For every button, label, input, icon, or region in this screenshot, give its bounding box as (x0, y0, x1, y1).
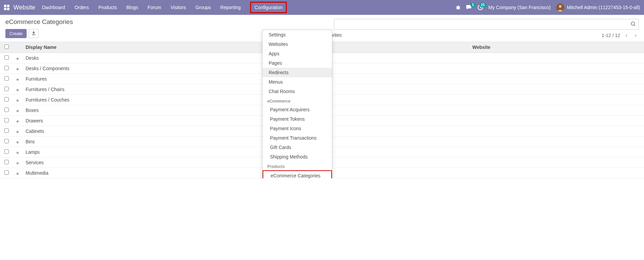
row-checkbox[interactable] (4, 66, 9, 70)
nav-dashboard[interactable]: Dashboard (42, 1, 65, 14)
row-checkbox[interactable] (4, 160, 9, 164)
apps-icon[interactable] (4, 5, 9, 10)
drag-handle-icon[interactable]: ◆ (16, 129, 19, 134)
dropdown-item-payment-transactions[interactable]: Payment Transactions (263, 133, 332, 143)
column-website[interactable]: Website (469, 42, 644, 53)
pager-next[interactable]: › (633, 31, 639, 40)
drag-handle-icon[interactable]: ◆ (16, 98, 19, 102)
activities-badge: 25 (479, 3, 486, 7)
row-checkbox[interactable] (4, 170, 9, 175)
dropdown-item-websites[interactable]: Websites (263, 39, 332, 49)
row-checkbox[interactable] (4, 87, 9, 91)
row-display-name: Drawers (22, 116, 469, 126)
messages-badge: 5 (470, 3, 476, 7)
row-website (469, 137, 644, 147)
row-display-name: Furnitures / Chairs (22, 84, 469, 95)
drag-handle-icon[interactable]: ◆ (16, 171, 19, 175)
row-website (469, 95, 644, 105)
company-selector[interactable]: My Company (San Francisco) (488, 5, 551, 10)
row-display-name: Multimedia (22, 168, 469, 178)
row-display-name: Boxes (22, 105, 469, 116)
dropdown-section: eCommerce (263, 96, 332, 105)
row-checkbox[interactable] (4, 149, 9, 154)
dropdown-item-redirects[interactable]: Redirects (263, 68, 332, 77)
activities-icon[interactable]: 25 (478, 5, 483, 10)
row-website (469, 126, 644, 137)
svg-rect-0 (4, 5, 6, 7)
dropdown-item-apps[interactable]: Apps (263, 49, 332, 58)
nav-forum[interactable]: Forum (147, 1, 161, 14)
configuration-dropdown: SettingsWebsitesAppsPagesRedirectsMenusC… (262, 30, 332, 178)
select-all-checkbox[interactable] (4, 45, 9, 49)
pager-text: 1-12 / 12 (602, 33, 620, 38)
drag-handle-icon[interactable]: ◆ (16, 77, 19, 81)
nav-reporting[interactable]: Reporting (220, 1, 241, 14)
row-checkbox[interactable] (4, 108, 9, 112)
avatar (556, 3, 564, 11)
drag-handle-icon[interactable]: ◆ (16, 109, 19, 113)
svg-rect-1 (7, 5, 9, 7)
user-name: Mitchell Admin (11227453-15-0-all) (567, 5, 640, 10)
drag-handle-icon[interactable]: ◆ (16, 88, 19, 92)
row-website (469, 116, 644, 126)
nav-configuration[interactable]: Configuration (250, 1, 287, 14)
row-checkbox[interactable] (4, 76, 9, 81)
create-button[interactable]: Create (5, 29, 27, 38)
row-display-name: Cabinets (22, 126, 469, 137)
row-display-name: Furnitures (22, 74, 469, 84)
search-icon[interactable] (628, 22, 638, 27)
brand-title[interactable]: Website (13, 4, 35, 11)
row-website (469, 147, 644, 157)
search-input-wrapper[interactable] (334, 19, 639, 30)
nav-groups[interactable]: Groups (195, 1, 211, 14)
drag-handle-icon[interactable]: ◆ (16, 119, 19, 123)
drag-handle-icon[interactable]: ◆ (16, 67, 19, 71)
drag-handle-icon[interactable]: ◆ (16, 150, 19, 154)
drag-handle-icon[interactable]: ◆ (16, 140, 19, 144)
row-website (469, 74, 644, 84)
dropdown-item-ecommerce-categories[interactable]: eCommerce Categories (263, 170, 332, 178)
row-checkbox[interactable] (4, 55, 9, 60)
dropdown-item-payment-icons[interactable]: Payment Icons (263, 124, 332, 133)
drag-handle-icon[interactable]: ◆ (16, 161, 19, 165)
nav-visitors[interactable]: Visitors (171, 1, 186, 14)
row-display-name: Services (22, 157, 469, 168)
nav-orders[interactable]: Orders (74, 1, 89, 14)
pager-prev[interactable]: ‹ (623, 31, 629, 40)
svg-rect-2 (4, 8, 6, 10)
dropdown-item-settings[interactable]: Settings (263, 30, 332, 39)
svg-point-8 (631, 22, 635, 25)
top-navbar: Website DashboardOrdersProductsBlogsForu… (0, 0, 644, 15)
svg-point-7 (559, 5, 562, 8)
user-menu[interactable]: Mitchell Admin (11227453-15-0-all) (556, 3, 640, 11)
messages-icon[interactable]: 5 (466, 5, 472, 10)
dropdown-item-payment-acquirers[interactable]: Payment Acquirers (263, 105, 332, 114)
row-checkbox[interactable] (4, 97, 9, 102)
row-display-name: Furnitures / Couches (22, 95, 469, 105)
nav-products[interactable]: Products (98, 1, 117, 14)
dropdown-item-chat-rooms[interactable]: Chat Rooms (263, 87, 332, 96)
row-display-name: Desks (22, 53, 469, 63)
dropdown-item-payment-tokens[interactable]: Payment Tokens (263, 114, 332, 124)
row-website (469, 157, 644, 168)
nav-blogs[interactable]: Blogs (126, 1, 138, 14)
dropdown-item-pages[interactable]: Pages (263, 58, 332, 68)
dropdown-item-menus[interactable]: Menus (263, 77, 332, 87)
row-website (469, 105, 644, 116)
topnav-menu: DashboardOrdersProductsBlogsForumVisitor… (42, 1, 287, 14)
row-checkbox[interactable] (4, 139, 9, 143)
dropdown-item-shipping-methods[interactable]: Shipping Methods (263, 152, 332, 162)
row-website (469, 168, 644, 178)
column-display-name[interactable]: Display Name (22, 42, 469, 53)
svg-rect-3 (7, 8, 9, 10)
dropdown-item-gift-cards[interactable]: Gift Cards (263, 143, 332, 152)
download-button[interactable] (29, 29, 39, 38)
row-checkbox[interactable] (4, 118, 9, 122)
row-checkbox[interactable] (4, 128, 9, 133)
row-website (469, 63, 644, 74)
drag-handle-icon[interactable]: ◆ (16, 56, 19, 60)
row-website (469, 53, 644, 63)
download-icon (32, 31, 36, 35)
debug-icon[interactable] (455, 5, 461, 10)
row-display-name: Desks / Components (22, 63, 469, 74)
